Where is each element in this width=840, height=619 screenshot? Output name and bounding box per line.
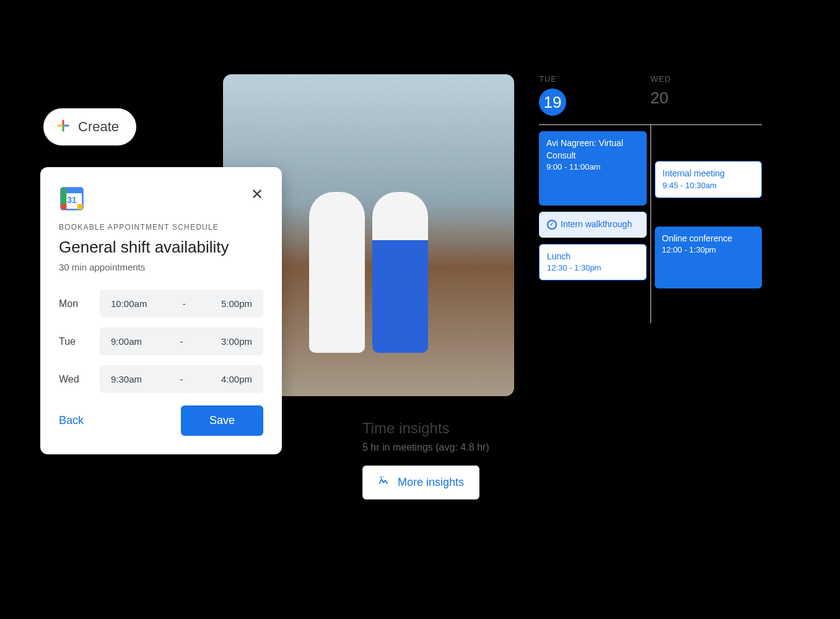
start-time: 9:30am bbox=[111, 374, 142, 384]
schedule-eyebrow: BOOKABLE APPOINTMENT SCHEDULE bbox=[59, 223, 263, 232]
calendar-icon: 31 bbox=[59, 186, 84, 210]
schedule-subtitle: 30 min appointments bbox=[59, 262, 263, 272]
calendar-event[interactable]: Avi Nagreen: Virtual Consult 9:00 - 11:0… bbox=[539, 131, 647, 206]
event-title: Internal meeting bbox=[663, 168, 755, 180]
event-time: 9:45 - 10:30am bbox=[663, 180, 755, 191]
time-insights: Time insights 5 hr in meetings (avg: 4.8… bbox=[362, 420, 489, 500]
create-button[interactable]: Create bbox=[43, 108, 136, 145]
day-label: Tue bbox=[59, 336, 90, 347]
dash: - bbox=[183, 298, 186, 309]
start-time: 10:00am bbox=[111, 298, 147, 309]
event-time: 12:00 - 1:30pm bbox=[662, 245, 755, 256]
dash: - bbox=[180, 374, 183, 384]
insights-heading: Time insights bbox=[362, 420, 489, 437]
end-time: 5:00pm bbox=[221, 298, 252, 309]
schedule-card: 31 ✕ BOOKABLE APPOINTMENT SCHEDULE Gener… bbox=[40, 167, 282, 454]
event-time: 9:00 - 11:00am bbox=[546, 162, 639, 173]
svg-point-6 bbox=[380, 477, 382, 478]
close-icon[interactable]: ✕ bbox=[251, 186, 263, 203]
day-label: Wed bbox=[59, 374, 90, 385]
check-circle-icon bbox=[547, 220, 557, 230]
calendar-view: TUE 19 WED 20 Avi Nagreen: Virtual Consu… bbox=[539, 74, 762, 323]
person-figure bbox=[309, 192, 365, 353]
schedule-row: Tue 9:00am - 3:00pm bbox=[59, 327, 263, 355]
end-time: 4:00pm bbox=[221, 374, 252, 384]
day-number: 20 bbox=[650, 89, 762, 108]
event-title: Intern walkthrough bbox=[561, 219, 632, 229]
svg-text:31: 31 bbox=[67, 195, 77, 205]
start-time: 9:00am bbox=[111, 336, 142, 347]
day-column: Internal meeting 9:45 - 10:30am Online c… bbox=[651, 125, 763, 323]
schedule-row: Wed 9:30am - 4:00pm bbox=[59, 365, 263, 393]
svg-rect-3 bbox=[77, 204, 83, 210]
schedule-rows: Mon 10:00am - 5:00pm Tue 9:00am - 3:00pm… bbox=[59, 290, 263, 393]
calendar-event[interactable]: Online conference 12:00 - 1:30pm bbox=[655, 227, 763, 288]
time-range[interactable]: 10:00am - 5:00pm bbox=[100, 290, 263, 318]
event-time: 12:30 - 1:30pm bbox=[547, 262, 639, 274]
day-header[interactable]: TUE 19 bbox=[539, 74, 650, 116]
weekday-label: WED bbox=[650, 74, 762, 84]
day-label: Mon bbox=[59, 298, 90, 310]
day-header[interactable]: WED 20 bbox=[650, 74, 762, 116]
more-insights-button[interactable]: More insights bbox=[362, 465, 479, 500]
person-figure bbox=[372, 192, 428, 353]
schedule-row: Mon 10:00am - 5:00pm bbox=[59, 290, 263, 318]
day-number: 19 bbox=[539, 89, 566, 116]
event-title: Online conference bbox=[662, 233, 755, 245]
svg-rect-4 bbox=[61, 204, 67, 210]
weekday-label: TUE bbox=[539, 74, 650, 84]
more-insights-label: More insights bbox=[398, 476, 464, 489]
back-button[interactable]: Back bbox=[59, 414, 84, 427]
svg-point-7 bbox=[383, 476, 384, 477]
event-title: Avi Nagreen: Virtual Consult bbox=[546, 137, 639, 162]
end-time: 3:00pm bbox=[221, 336, 252, 347]
event-title: Lunch bbox=[547, 251, 639, 263]
calendar-event[interactable]: Lunch 12:30 - 1:30pm bbox=[539, 244, 647, 281]
schedule-title: General shift availability bbox=[59, 238, 263, 257]
dash: - bbox=[180, 336, 183, 347]
plus-icon bbox=[55, 117, 72, 137]
day-column: Avi Nagreen: Virtual Consult 9:00 - 11:0… bbox=[539, 125, 651, 323]
calendar-event[interactable]: Internal meeting 9:45 - 10:30am bbox=[655, 161, 763, 198]
time-range[interactable]: 9:00am - 3:00pm bbox=[100, 327, 263, 355]
insights-icon bbox=[378, 475, 390, 490]
time-range[interactable]: 9:30am - 4:00pm bbox=[100, 365, 263, 393]
save-button[interactable]: Save bbox=[181, 405, 263, 436]
create-label: Create bbox=[78, 119, 119, 135]
calendar-event[interactable]: Intern walkthrough bbox=[539, 212, 647, 238]
insights-summary: 5 hr in meetings (avg: 4.8 hr) bbox=[362, 442, 489, 453]
